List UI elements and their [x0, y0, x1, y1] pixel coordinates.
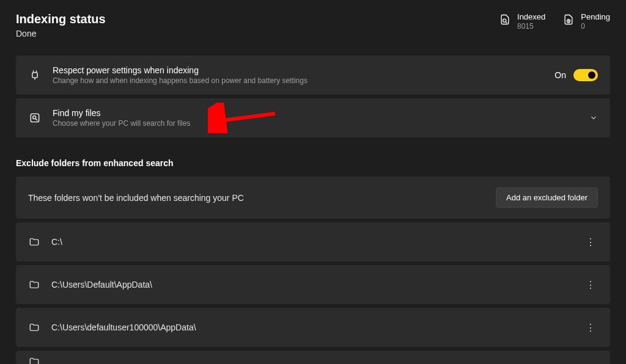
- chevron-down-icon: [589, 114, 598, 122]
- setting-find-my-files[interactable]: Find my files Choose where your PC will …: [16, 98, 610, 137]
- file-clock-icon: [562, 13, 575, 26]
- folder-path: C:\: [51, 237, 572, 247]
- setting-title: Find my files: [53, 108, 578, 118]
- setting-desc: Change how and when indexing happens bas…: [53, 76, 543, 85]
- svg-rect-2: [32, 73, 37, 78]
- folder-path: C:\Users\defaultuser100000\AppData\: [51, 322, 572, 332]
- folder-icon: [28, 321, 40, 333]
- header-stats: Indexed 8015 Pending 0: [499, 12, 610, 31]
- stat-indexed-label: Indexed: [517, 12, 545, 22]
- stat-indexed-value: 8015: [517, 22, 545, 31]
- toggle-state-label: On: [554, 70, 566, 80]
- setting-title: Respect power settings when indexing: [53, 65, 543, 75]
- folder-more-button[interactable]: ⋮: [583, 235, 598, 249]
- exclude-info-row: These folders won't be included when sea…: [16, 177, 610, 219]
- folder-more-button[interactable]: ⋮: [583, 320, 598, 335]
- file-search-icon: [499, 13, 511, 26]
- toggle-knob: [588, 71, 595, 79]
- exclude-info-text: These folders won't be included when sea…: [28, 193, 244, 203]
- folder-icon: [28, 355, 40, 364]
- svg-rect-3: [31, 114, 39, 122]
- folder-icon: [28, 278, 40, 291]
- search-file-icon: [28, 111, 42, 125]
- respect-power-toggle[interactable]: [573, 69, 598, 81]
- excluded-folder-row: C:\Users\Default\AppData\ ⋮: [16, 265, 610, 304]
- folder-icon: [28, 236, 40, 248]
- page-title: Indexing status: [16, 12, 106, 26]
- svg-point-4: [33, 116, 36, 119]
- setting-desc: Choose where your PC will search for fil…: [53, 119, 578, 128]
- folder-more-button[interactable]: ⋮: [583, 277, 598, 292]
- stat-indexed: Indexed 8015: [499, 12, 545, 31]
- excluded-folder-row-partial: [16, 351, 610, 364]
- toggle-group: On: [554, 69, 598, 81]
- excluded-folder-row: C:\Users\defaultuser100000\AppData\ ⋮: [16, 308, 610, 347]
- folder-path: C:\Users\Default\AppData\: [51, 280, 572, 289]
- stat-pending-value: 0: [581, 22, 610, 31]
- stat-pending: Pending 0: [562, 12, 610, 31]
- add-excluded-folder-button[interactable]: Add an excluded folder: [496, 187, 598, 208]
- status-header: Indexing status Done Indexed 8015: [16, 12, 610, 38]
- power-plug-icon: [28, 68, 42, 82]
- status-subtitle: Done: [16, 29, 106, 38]
- stat-pending-label: Pending: [581, 12, 610, 22]
- excluded-folder-row: C:\ ⋮: [16, 222, 610, 261]
- exclude-heading: Exclude folders from enhanced search: [16, 158, 610, 168]
- header-left: Indexing status Done: [16, 12, 106, 38]
- setting-respect-power: Respect power settings when indexing Cha…: [16, 56, 610, 95]
- svg-point-0: [503, 19, 506, 22]
